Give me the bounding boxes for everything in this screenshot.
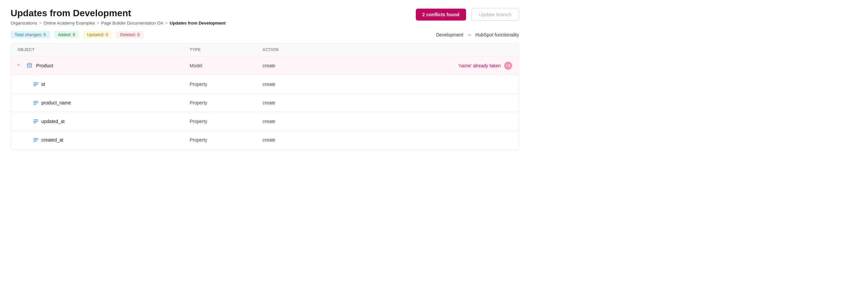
svg-rect-3 <box>33 85 36 86</box>
model-icon <box>26 62 33 69</box>
type-cell-updated-at: Property <box>190 119 262 124</box>
branch-target: HubSpot functionality <box>475 32 519 37</box>
breadcrumb: Organizations > Online Academy Examples … <box>10 21 226 26</box>
sub-object-created-at: created_at <box>33 137 63 143</box>
type-cell-product-name: Property <box>190 100 262 105</box>
action-cell-product: create <box>262 63 335 68</box>
changes-table: OBJECT TYPE ACTION ^ Product Model creat… <box>10 43 519 149</box>
property-icon <box>33 137 39 143</box>
page-title: Updates from Development <box>10 8 226 19</box>
svg-point-0 <box>27 63 31 65</box>
col-object: OBJECT <box>18 48 190 52</box>
type-cell-id: Property <box>190 82 262 87</box>
conflict-count[interactable]: +1 <box>504 62 512 70</box>
svg-rect-11 <box>33 140 38 140</box>
table-row: product_name Property create <box>11 93 519 112</box>
breadcrumb-sep-1: > <box>39 21 41 26</box>
property-icon <box>33 100 39 106</box>
breadcrumb-current: Updates from Development <box>170 21 226 26</box>
breadcrumb-organizations[interactable]: Organizations <box>10 21 37 26</box>
object-cell-id: id <box>18 81 190 87</box>
svg-rect-12 <box>33 141 36 142</box>
stats-row: Total changes: 5 Added: 5 Updated: 0 Del… <box>10 31 519 38</box>
object-name-product: Product <box>36 63 53 68</box>
type-cell-product: Model <box>190 63 262 68</box>
svg-rect-5 <box>33 103 38 103</box>
header-actions: 2 conflicts found Update branch <box>416 8 519 21</box>
sub-object-product-name: product_name <box>33 100 71 106</box>
action-cell-created-at: create <box>262 137 335 143</box>
object-cell-product: ^ Product <box>18 62 190 69</box>
branch-flow: Development → HubSpot functionality <box>436 32 519 38</box>
svg-rect-2 <box>33 84 38 85</box>
svg-rect-9 <box>33 122 36 123</box>
property-icon <box>33 118 39 124</box>
conflict-cell-product: 'name' already taken +1 <box>335 62 512 70</box>
expand-icon[interactable]: ^ <box>18 63 23 68</box>
object-cell-updated-at: updated_at <box>18 118 190 124</box>
svg-rect-1 <box>33 82 38 83</box>
table-row: id Property create <box>11 75 519 93</box>
stats-left: Total changes: 5 Added: 5 Updated: 0 Del… <box>10 31 144 38</box>
action-cell-product-name: create <box>262 100 335 105</box>
action-cell-updated-at: create <box>262 119 335 124</box>
table-header: OBJECT TYPE ACTION <box>11 44 519 56</box>
col-type: TYPE <box>190 48 262 52</box>
col-extra <box>335 48 512 52</box>
table-row: created_at Property create <box>11 131 519 149</box>
stat-total: Total changes: 5 <box>10 31 50 38</box>
breadcrumb-sep-2: > <box>97 21 99 26</box>
stat-added: Added: 5 <box>54 31 79 38</box>
conflicts-badge: 2 conflicts found <box>416 9 466 21</box>
update-branch-button[interactable]: Update branch <box>471 8 519 21</box>
branch-arrow: → <box>467 32 472 38</box>
svg-rect-7 <box>33 119 38 120</box>
stat-updated: Updated: 0 <box>83 31 112 38</box>
col-action: ACTION <box>262 48 335 52</box>
stat-deleted: Deleted: 0 <box>116 31 143 38</box>
branch-source: Development <box>436 32 463 37</box>
breadcrumb-page-builder[interactable]: Page Builder Documentation OA <box>101 21 163 26</box>
conflict-text: 'name' already taken <box>459 63 501 68</box>
breadcrumb-academy[interactable]: Online Academy Examples <box>43 21 95 26</box>
svg-rect-8 <box>33 121 38 122</box>
svg-rect-4 <box>33 101 38 102</box>
sub-object-updated-at: updated_at <box>33 118 65 124</box>
table-row: updated_at Property create <box>11 112 519 131</box>
svg-rect-10 <box>33 138 38 139</box>
object-cell-created-at: created_at <box>18 137 190 143</box>
object-cell-product-name: product_name <box>18 100 190 106</box>
property-icon <box>33 81 39 87</box>
type-cell-created-at: Property <box>190 137 262 143</box>
table-row: ^ Product Model create 'name' already ta… <box>11 56 519 75</box>
sub-object-id: id <box>33 81 45 87</box>
breadcrumb-sep-3: > <box>165 21 168 26</box>
svg-rect-6 <box>33 104 36 105</box>
action-cell-id: create <box>262 82 335 87</box>
